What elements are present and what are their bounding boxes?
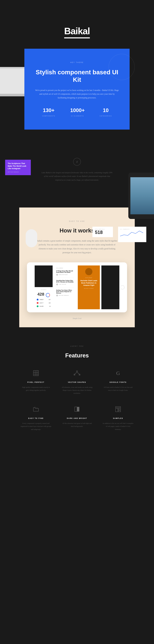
how-body: Baikal contains a great number of simple… <box>36 239 118 255</box>
markets-card: U.S. MARKETS <box>118 227 146 242</box>
dark-column-right <box>101 266 119 309</box>
google-icon: G <box>114 369 122 377</box>
svg-rect-9 <box>75 407 77 412</box>
feature-samples: SAMPLES In addition to the set you will … <box>100 405 136 431</box>
shares-ring-icon <box>46 293 50 297</box>
info-icon: i <box>73 158 81 166</box>
orange-card: EXPLORER Hachette Chief Leads Book Publi… <box>78 266 100 309</box>
purple-card-deco: The Sculptures That Make The World Look … <box>5 160 31 175</box>
svg-rect-11 <box>116 406 121 408</box>
info-body: Lake Baikal is the largest and deepest f… <box>41 171 113 182</box>
svg-rect-0 <box>33 370 38 376</box>
columns-list: COLUMNS 5 Things Every Man Should Know A… <box>54 266 76 309</box>
how-it-works-section: EASY TO USE How it works Baikal contains… <box>0 208 154 327</box>
feature-pixel-perfect: PIXEL PERFECT High quality components ma… <box>18 369 54 395</box>
svg-rect-14 <box>118 410 121 412</box>
feature-dark-bright: DARK AND BRIGHT All the elements look gr… <box>59 405 95 431</box>
dark-column-left: SHARES 428 TWEET227 LIKE IT182 SHARE19 <box>35 266 53 309</box>
contrast-icon <box>73 405 81 413</box>
hero-body: We're proud to present you the project w… <box>35 88 119 100</box>
grid-icon <box>32 369 40 377</box>
hero-card: HEY THERE Stylish component based UI Kit… <box>24 49 130 130</box>
info-section: i Lake Baikal is the largest and deepest… <box>36 142 118 197</box>
svg-text:G: G <box>116 370 120 376</box>
layout-icon <box>114 405 122 413</box>
stat-elements: 1000+ UI ELEMENTS <box>70 108 84 117</box>
how-eyebrow: EASY TO USE <box>27 220 127 222</box>
how-card: EASY TO USE How it works Baikal contains… <box>19 208 135 327</box>
avatar <box>85 268 92 275</box>
svg-rect-13 <box>118 408 121 410</box>
stat-components: 130+ COMPONENTS <box>42 108 55 117</box>
features-title: Features <box>5 352 149 359</box>
svg-rect-7 <box>77 371 77 372</box>
features-eyebrow: LUCKY YOU <box>5 345 149 347</box>
hero-eyebrow: HEY THERE <box>35 62 119 63</box>
features-section: LUCKY YOU Features PIXEL PERFECT High qu… <box>0 327 154 444</box>
tablet-mockup <box>128 172 154 219</box>
svg-rect-12 <box>116 408 118 412</box>
hero-title: Stylish component based UI Kit <box>35 68 119 83</box>
feature-easy-to-find: EASY TO FIND Every component is properly… <box>18 405 54 431</box>
feature-google-fonts: G GOOGLE FONTS All fonts used in Baikal … <box>100 369 136 395</box>
ipad-caption: Simple Grid <box>27 318 127 320</box>
hero-section: Baikal HEY THERE Stylish component based… <box>0 0 154 142</box>
feature-vector-shapes: VECTOR SHAPES All elements, icons and ma… <box>59 369 95 395</box>
ipad-mockup: SHARES 428 TWEET227 LIKE IT182 SHARE19 C… <box>27 262 127 312</box>
vector-icon <box>73 369 81 377</box>
mouse-deco <box>26 229 37 247</box>
svg-rect-10 <box>77 407 79 412</box>
logo: Baikal <box>64 26 90 38</box>
stats-row: 130+ COMPONENTS 1000+ UI ELEMENTS 10 CAT… <box>35 108 119 117</box>
stat-categories: 10 CATEGORIES <box>100 108 112 117</box>
folder-icon <box>32 405 40 413</box>
new-arrivals-card: NEW ARRIVALS 518 <box>92 227 113 237</box>
